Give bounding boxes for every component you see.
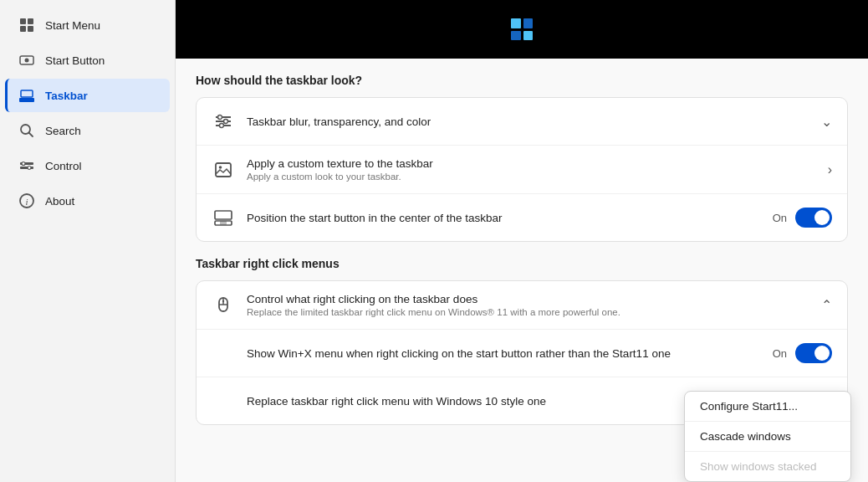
image-icon xyxy=(212,158,235,182)
svg-rect-7 xyxy=(21,90,33,97)
card-winx-on-label: On xyxy=(773,347,787,360)
sidebar-item-taskbar-label: Taskbar xyxy=(45,90,88,102)
card-blur-text: Taskbar blur, transparency, and color xyxy=(247,115,809,128)
card-texture-text: Apply a custom texture to the taskbar Ap… xyxy=(247,157,816,182)
card-texture-right: › xyxy=(828,162,832,177)
sliders-icon xyxy=(212,110,235,133)
card-center-text: Position the start button in the center … xyxy=(247,212,761,224)
chevron-down-icon: ⌄ xyxy=(821,114,832,130)
card-center-start[interactable]: Position the start button in the center … xyxy=(197,194,847,241)
card-center-toggle[interactable] xyxy=(795,208,832,228)
card-center-on-label: On xyxy=(773,212,787,224)
start-menu-icon xyxy=(18,17,35,33)
card-right-click-text: Control what right clicking on the taskb… xyxy=(247,293,809,317)
sidebar-item-about[interactable]: i About xyxy=(5,184,170,218)
card-winx-title: Show Win+X menu when right clicking on t… xyxy=(247,347,761,360)
svg-point-12 xyxy=(22,162,25,166)
svg-rect-22 xyxy=(216,163,231,177)
sidebar-item-start-button[interactable]: Start Button xyxy=(5,44,170,77)
svg-point-30 xyxy=(222,300,224,301)
card-right-click-right: ⌃ xyxy=(821,297,832,313)
card-texture-title: Apply a custom texture to the taskbar xyxy=(247,157,816,170)
section-taskbar-look: How should the taskbar look? Taskbar blu… xyxy=(176,74,868,242)
card-blur-title: Taskbar blur, transparency, and color xyxy=(247,115,809,128)
svg-text:i: i xyxy=(25,197,28,207)
context-menu-item-cascade[interactable]: Cascade windows xyxy=(685,422,850,452)
taskbar-icon xyxy=(18,87,35,104)
section1-card-list: Taskbar blur, transparency, and color ⌄ … xyxy=(196,97,848,242)
card-blur-transparency[interactable]: Taskbar blur, transparency, and color ⌄ xyxy=(197,98,847,146)
chevron-up-icon: ⌃ xyxy=(821,297,832,313)
winx-icon xyxy=(212,341,235,365)
context-menu: Configure Start11... Cascade windows Sho… xyxy=(684,391,851,482)
win10-icon xyxy=(212,389,235,413)
taskbar-preview-banner xyxy=(176,0,868,59)
svg-point-19 xyxy=(218,115,222,120)
svg-rect-26 xyxy=(215,211,232,219)
mouse-icon xyxy=(212,294,235,317)
main-content: How should the taskbar look? Taskbar blu… xyxy=(176,0,868,482)
svg-point-5 xyxy=(25,59,29,63)
svg-rect-25 xyxy=(220,221,227,225)
card-center-right: On xyxy=(773,208,832,228)
sidebar-item-about-label: About xyxy=(45,195,74,208)
sidebar-item-start-button-label: Start Button xyxy=(45,54,105,67)
sidebar-item-control-label: Control xyxy=(45,160,82,172)
card-right-click-title: Control what right clicking on the taskb… xyxy=(247,293,809,305)
sidebar: Start Menu Start Button Taskbar Search C… xyxy=(0,0,176,482)
logo-square-tl xyxy=(511,18,521,28)
sidebar-item-control[interactable]: Control xyxy=(5,149,170,182)
card-right-click-subtitle: Replace the limited taskbar right click … xyxy=(247,307,809,317)
svg-rect-1 xyxy=(28,18,33,24)
start-button-icon xyxy=(18,52,35,69)
card-winx-menu[interactable]: Show Win+X menu when right clicking on t… xyxy=(197,330,847,377)
about-icon: i xyxy=(18,192,35,209)
card-winx-text: Show Win+X menu when right clicking on t… xyxy=(247,347,761,360)
search-icon xyxy=(18,122,35,139)
logo-square-tr xyxy=(523,18,534,28)
sidebar-item-taskbar[interactable]: Taskbar xyxy=(5,79,170,112)
card-right-click-control[interactable]: Control what right clicking on the taskb… xyxy=(197,281,847,330)
section1-title: How should the taskbar look? xyxy=(196,74,848,87)
svg-line-9 xyxy=(29,133,33,137)
logo-square-br xyxy=(523,31,534,41)
card-winx-right: On xyxy=(773,343,832,363)
sidebar-item-start-menu[interactable]: Start Menu xyxy=(5,8,170,42)
sidebar-item-search[interactable]: Search xyxy=(5,114,170,147)
svg-point-20 xyxy=(224,120,228,124)
card-custom-texture[interactable]: Apply a custom texture to the taskbar Ap… xyxy=(197,146,847,194)
card-texture-subtitle: Apply a custom look to your taskbar. xyxy=(247,172,816,182)
svg-rect-0 xyxy=(20,18,26,24)
context-menu-item-configure[interactable]: Configure Start11... xyxy=(685,392,850,422)
card-center-title: Position the start button in the center … xyxy=(247,212,761,224)
layout-icon xyxy=(212,206,235,229)
section2-title: Taskbar right click menus xyxy=(196,257,848,270)
context-menu-item-stacked[interactable]: Show windows stacked xyxy=(685,452,850,481)
svg-rect-6 xyxy=(19,98,34,102)
sidebar-item-start-menu-label: Start Menu xyxy=(45,19,100,32)
windows-logo xyxy=(511,18,533,40)
control-icon xyxy=(18,157,35,174)
svg-point-13 xyxy=(28,167,31,170)
card-blur-right: ⌄ xyxy=(821,114,832,130)
svg-rect-2 xyxy=(20,26,26,32)
svg-point-21 xyxy=(220,124,224,128)
svg-rect-3 xyxy=(28,26,33,32)
chevron-right-icon: › xyxy=(828,162,832,177)
card-winx-toggle[interactable] xyxy=(795,343,832,363)
logo-square-bl xyxy=(511,31,521,41)
svg-point-23 xyxy=(219,166,222,169)
sidebar-item-search-label: Search xyxy=(45,125,81,137)
